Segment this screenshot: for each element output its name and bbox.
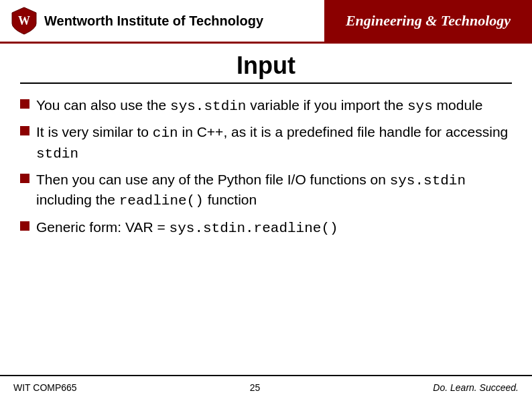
footer-motto: Do. Learn. Succeed. bbox=[433, 382, 519, 393]
code-sys-1: sys bbox=[407, 99, 433, 114]
footer-page-number: 25 bbox=[250, 382, 261, 393]
code-readline: readline() bbox=[119, 193, 204, 209]
department-name: Engineering & Technology bbox=[346, 12, 511, 30]
logo-shield-icon: W bbox=[11, 6, 38, 36]
bullet-item-1: You can also use the sys.stdin variable … bbox=[20, 96, 512, 116]
bullet-item-2: It is very similar to cin in C++, as it … bbox=[20, 123, 512, 164]
header-right: Engineering & Technology bbox=[324, 0, 532, 42]
header: W Wentworth Institute of Technology Engi… bbox=[0, 0, 532, 44]
code-sys-stdin-2: sys.stdin bbox=[390, 173, 466, 188]
bullet-square-icon bbox=[20, 174, 29, 183]
code-generic-form: sys.stdin.readline() bbox=[170, 221, 338, 236]
bullet-text-4: Generic form: VAR = sys.stdin.readline() bbox=[36, 218, 338, 238]
title-divider bbox=[20, 82, 512, 84]
footer: WIT COMP665 25 Do. Learn. Succeed. bbox=[0, 375, 532, 399]
code-cin: cin bbox=[153, 125, 178, 141]
header-left: W Wentworth Institute of Technology bbox=[0, 0, 324, 42]
slide-title-area: Input bbox=[0, 44, 532, 87]
code-stdin: stdin bbox=[36, 146, 78, 162]
bullet-item-3: Then you can use any of the Python file … bbox=[20, 170, 512, 211]
bullet-text-1: You can also use the sys.stdin variable … bbox=[36, 96, 482, 116]
bullet-text-3: Then you can use any of the Python file … bbox=[36, 170, 512, 211]
bullet-text-2: It is very similar to cin in C++, as it … bbox=[36, 123, 512, 164]
footer-course: WIT COMP665 bbox=[13, 382, 77, 393]
code-sys-stdin-1: sys.stdin bbox=[170, 99, 246, 114]
svg-text:W: W bbox=[18, 14, 30, 27]
bullet-square-icon bbox=[20, 99, 29, 109]
bullet-square-icon bbox=[20, 126, 29, 135]
content-area: You can also use the sys.stdin variable … bbox=[0, 87, 532, 375]
slide-title: Input bbox=[13, 52, 519, 80]
institution-name: Wentworth Institute of Technology bbox=[44, 13, 263, 29]
slide: W Wentworth Institute of Technology Engi… bbox=[0, 0, 532, 399]
bullet-square-icon bbox=[20, 221, 29, 231]
bullet-item-4: Generic form: VAR = sys.stdin.readline() bbox=[20, 218, 512, 238]
